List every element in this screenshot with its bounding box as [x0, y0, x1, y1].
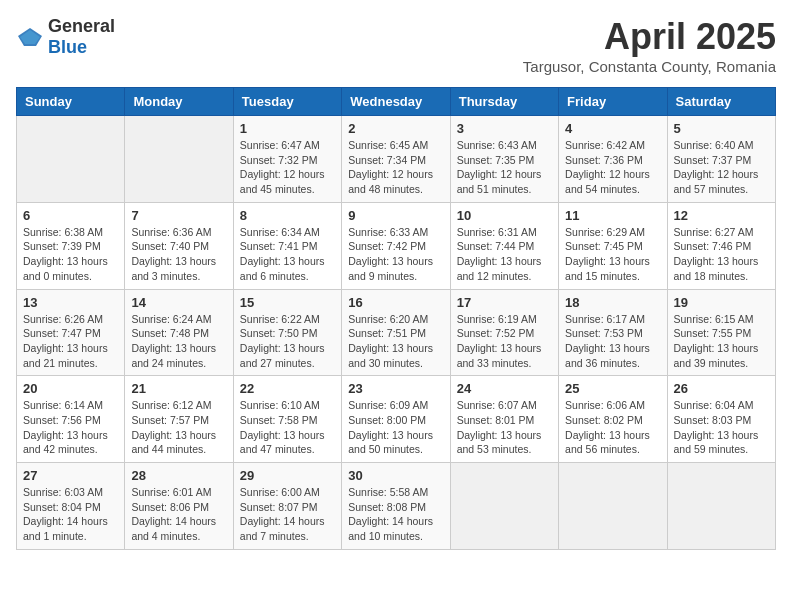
day-number: 15	[240, 295, 335, 310]
calendar-week-row: 1Sunrise: 6:47 AMSunset: 7:32 PMDaylight…	[17, 116, 776, 203]
calendar-cell	[450, 463, 558, 550]
day-number: 2	[348, 121, 443, 136]
calendar-table: SundayMondayTuesdayWednesdayThursdayFrid…	[16, 87, 776, 550]
calendar-cell	[125, 116, 233, 203]
weekday-header: Sunday	[17, 88, 125, 116]
calendar-cell: 16Sunrise: 6:20 AMSunset: 7:51 PMDayligh…	[342, 289, 450, 376]
day-number: 14	[131, 295, 226, 310]
day-number: 7	[131, 208, 226, 223]
day-number: 30	[348, 468, 443, 483]
calendar-cell: 24Sunrise: 6:07 AMSunset: 8:01 PMDayligh…	[450, 376, 558, 463]
calendar-week-row: 20Sunrise: 6:14 AMSunset: 7:56 PMDayligh…	[17, 376, 776, 463]
weekday-header: Friday	[559, 88, 667, 116]
weekday-header: Monday	[125, 88, 233, 116]
day-info: Sunrise: 6:06 AMSunset: 8:02 PMDaylight:…	[565, 398, 660, 457]
day-info: Sunrise: 6:42 AMSunset: 7:36 PMDaylight:…	[565, 138, 660, 197]
day-number: 6	[23, 208, 118, 223]
day-info: Sunrise: 6:15 AMSunset: 7:55 PMDaylight:…	[674, 312, 769, 371]
day-info: Sunrise: 5:58 AMSunset: 8:08 PMDaylight:…	[348, 485, 443, 544]
calendar-cell	[667, 463, 775, 550]
day-info: Sunrise: 6:27 AMSunset: 7:46 PMDaylight:…	[674, 225, 769, 284]
calendar-cell: 21Sunrise: 6:12 AMSunset: 7:57 PMDayligh…	[125, 376, 233, 463]
day-info: Sunrise: 6:20 AMSunset: 7:51 PMDaylight:…	[348, 312, 443, 371]
weekday-header: Thursday	[450, 88, 558, 116]
day-info: Sunrise: 6:01 AMSunset: 8:06 PMDaylight:…	[131, 485, 226, 544]
day-number: 24	[457, 381, 552, 396]
calendar-week-row: 13Sunrise: 6:26 AMSunset: 7:47 PMDayligh…	[17, 289, 776, 376]
weekday-header: Saturday	[667, 88, 775, 116]
calendar-cell: 5Sunrise: 6:40 AMSunset: 7:37 PMDaylight…	[667, 116, 775, 203]
day-info: Sunrise: 6:38 AMSunset: 7:39 PMDaylight:…	[23, 225, 118, 284]
calendar-cell	[17, 116, 125, 203]
day-info: Sunrise: 6:26 AMSunset: 7:47 PMDaylight:…	[23, 312, 118, 371]
logo: General Blue	[16, 16, 115, 58]
day-info: Sunrise: 6:29 AMSunset: 7:45 PMDaylight:…	[565, 225, 660, 284]
calendar-cell: 12Sunrise: 6:27 AMSunset: 7:46 PMDayligh…	[667, 202, 775, 289]
day-info: Sunrise: 6:36 AMSunset: 7:40 PMDaylight:…	[131, 225, 226, 284]
calendar-cell: 30Sunrise: 5:58 AMSunset: 8:08 PMDayligh…	[342, 463, 450, 550]
day-info: Sunrise: 6:45 AMSunset: 7:34 PMDaylight:…	[348, 138, 443, 197]
calendar-cell: 4Sunrise: 6:42 AMSunset: 7:36 PMDaylight…	[559, 116, 667, 203]
calendar-cell: 22Sunrise: 6:10 AMSunset: 7:58 PMDayligh…	[233, 376, 341, 463]
logo-blue: Blue	[48, 37, 87, 57]
page-header: General Blue April 2025 Targusor, Consta…	[16, 16, 776, 75]
day-info: Sunrise: 6:17 AMSunset: 7:53 PMDaylight:…	[565, 312, 660, 371]
title-area: April 2025 Targusor, Constanta County, R…	[523, 16, 776, 75]
day-info: Sunrise: 6:34 AMSunset: 7:41 PMDaylight:…	[240, 225, 335, 284]
day-number: 10	[457, 208, 552, 223]
logo-general: General	[48, 16, 115, 36]
calendar-cell: 11Sunrise: 6:29 AMSunset: 7:45 PMDayligh…	[559, 202, 667, 289]
calendar-cell: 26Sunrise: 6:04 AMSunset: 8:03 PMDayligh…	[667, 376, 775, 463]
location-subtitle: Targusor, Constanta County, Romania	[523, 58, 776, 75]
day-number: 12	[674, 208, 769, 223]
day-info: Sunrise: 6:47 AMSunset: 7:32 PMDaylight:…	[240, 138, 335, 197]
day-info: Sunrise: 6:14 AMSunset: 7:56 PMDaylight:…	[23, 398, 118, 457]
calendar-cell: 3Sunrise: 6:43 AMSunset: 7:35 PMDaylight…	[450, 116, 558, 203]
day-info: Sunrise: 6:10 AMSunset: 7:58 PMDaylight:…	[240, 398, 335, 457]
calendar-body: 1Sunrise: 6:47 AMSunset: 7:32 PMDaylight…	[17, 116, 776, 550]
calendar-cell: 20Sunrise: 6:14 AMSunset: 7:56 PMDayligh…	[17, 376, 125, 463]
calendar-cell: 6Sunrise: 6:38 AMSunset: 7:39 PMDaylight…	[17, 202, 125, 289]
weekday-header: Wednesday	[342, 88, 450, 116]
day-info: Sunrise: 6:19 AMSunset: 7:52 PMDaylight:…	[457, 312, 552, 371]
month-title: April 2025	[523, 16, 776, 58]
calendar-cell: 2Sunrise: 6:45 AMSunset: 7:34 PMDaylight…	[342, 116, 450, 203]
day-info: Sunrise: 6:03 AMSunset: 8:04 PMDaylight:…	[23, 485, 118, 544]
calendar-cell: 7Sunrise: 6:36 AMSunset: 7:40 PMDaylight…	[125, 202, 233, 289]
day-number: 8	[240, 208, 335, 223]
calendar-header-row: SundayMondayTuesdayWednesdayThursdayFrid…	[17, 88, 776, 116]
day-info: Sunrise: 6:04 AMSunset: 8:03 PMDaylight:…	[674, 398, 769, 457]
day-number: 16	[348, 295, 443, 310]
calendar-cell: 18Sunrise: 6:17 AMSunset: 7:53 PMDayligh…	[559, 289, 667, 376]
day-number: 21	[131, 381, 226, 396]
calendar-cell: 23Sunrise: 6:09 AMSunset: 8:00 PMDayligh…	[342, 376, 450, 463]
calendar-cell	[559, 463, 667, 550]
day-info: Sunrise: 6:40 AMSunset: 7:37 PMDaylight:…	[674, 138, 769, 197]
calendar-cell: 1Sunrise: 6:47 AMSunset: 7:32 PMDaylight…	[233, 116, 341, 203]
day-number: 9	[348, 208, 443, 223]
day-number: 1	[240, 121, 335, 136]
day-number: 4	[565, 121, 660, 136]
calendar-cell: 27Sunrise: 6:03 AMSunset: 8:04 PMDayligh…	[17, 463, 125, 550]
weekday-header: Tuesday	[233, 88, 341, 116]
day-number: 18	[565, 295, 660, 310]
day-number: 13	[23, 295, 118, 310]
calendar-cell: 25Sunrise: 6:06 AMSunset: 8:02 PMDayligh…	[559, 376, 667, 463]
day-info: Sunrise: 6:33 AMSunset: 7:42 PMDaylight:…	[348, 225, 443, 284]
calendar-cell: 14Sunrise: 6:24 AMSunset: 7:48 PMDayligh…	[125, 289, 233, 376]
calendar-cell: 15Sunrise: 6:22 AMSunset: 7:50 PMDayligh…	[233, 289, 341, 376]
calendar-cell: 10Sunrise: 6:31 AMSunset: 7:44 PMDayligh…	[450, 202, 558, 289]
calendar-cell: 13Sunrise: 6:26 AMSunset: 7:47 PMDayligh…	[17, 289, 125, 376]
day-number: 3	[457, 121, 552, 136]
calendar-week-row: 27Sunrise: 6:03 AMSunset: 8:04 PMDayligh…	[17, 463, 776, 550]
day-number: 5	[674, 121, 769, 136]
calendar-cell: 29Sunrise: 6:00 AMSunset: 8:07 PMDayligh…	[233, 463, 341, 550]
calendar-cell: 9Sunrise: 6:33 AMSunset: 7:42 PMDaylight…	[342, 202, 450, 289]
calendar-cell: 28Sunrise: 6:01 AMSunset: 8:06 PMDayligh…	[125, 463, 233, 550]
logo-text: General Blue	[48, 16, 115, 58]
day-number: 20	[23, 381, 118, 396]
day-info: Sunrise: 6:22 AMSunset: 7:50 PMDaylight:…	[240, 312, 335, 371]
day-info: Sunrise: 6:24 AMSunset: 7:48 PMDaylight:…	[131, 312, 226, 371]
day-number: 23	[348, 381, 443, 396]
day-number: 11	[565, 208, 660, 223]
